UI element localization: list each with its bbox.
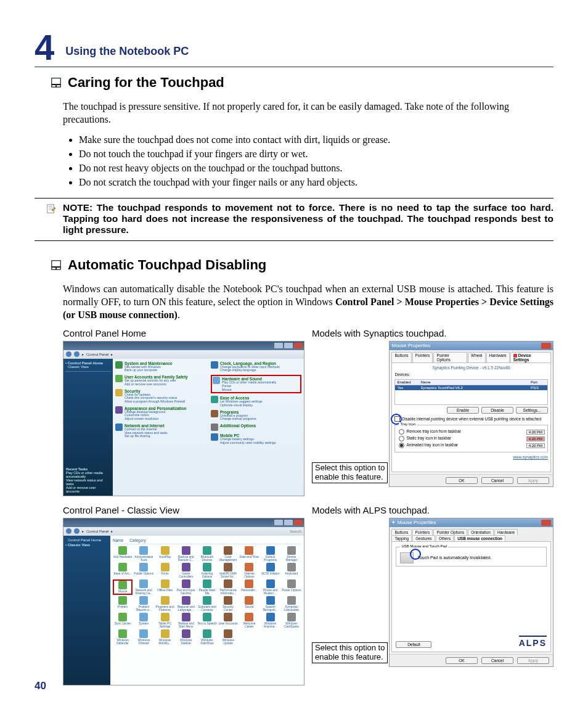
default-button[interactable]: Default <box>396 641 431 648</box>
tab-hardware[interactable]: Hardware <box>486 352 510 362</box>
close-button[interactable] <box>541 520 551 526</box>
category-item[interactable]: Hardware and Sound Play CDs or other med… <box>211 375 301 393</box>
cp-icon-windows-sidebar[interactable]: Windows Sidebar <box>176 629 196 645</box>
cp-icon-windows-firewall[interactable]: Windows Firewall <box>134 629 153 645</box>
close-button[interactable] <box>294 520 303 525</box>
tab-tapping[interactable]: Tapping <box>391 535 412 541</box>
category-item[interactable]: Security Check for updatesCheck this com… <box>115 389 206 404</box>
category-item[interactable]: Additional Options <box>211 424 301 431</box>
cp-icon-windows-sideshow[interactable]: Windows SideShow <box>197 629 217 645</box>
cp-icon-problem-reports-a-[interactable]: Problem Reports a... <box>134 596 153 612</box>
cp-icon-sound[interactable]: Sound <box>239 596 259 612</box>
cp-icon-add-hardware[interactable]: Add Hardware <box>113 546 133 562</box>
forward-icon[interactable] <box>74 351 80 357</box>
cp-icon-folder-options[interactable]: Folder Options <box>134 563 153 578</box>
tab-device-settings[interactable]: Device Settings <box>510 352 551 362</box>
cp-icon-bluetooth-devices[interactable]: Bluetooth Devices <box>197 546 217 562</box>
tab-others[interactable]: Others <box>436 535 454 541</box>
back-icon[interactable] <box>66 528 71 534</box>
cp-icon-regional-and-language-[interactable]: Regional and Language... <box>176 596 196 612</box>
cp-icon-intel-r-gma-driver-for-[interactable]: Intel(R) GMA Driver for... <box>218 563 238 578</box>
category-item[interactable]: System and Maintenance Get started with … <box>115 361 206 372</box>
cancel-button[interactable]: Cancel <box>481 657 513 664</box>
cp-icon-speech-recogniti-[interactable]: Speech Recogniti... <box>261 596 280 612</box>
ok-button[interactable]: OK <box>446 657 478 664</box>
category-item[interactable]: User Accounts and Family Safety Set up p… <box>115 375 206 386</box>
cp-icon-phone-and-modem-[interactable]: Phone and Modem ... <box>261 579 280 595</box>
sidebar-home[interactable]: Control Panel Home <box>68 538 108 542</box>
close-button[interactable] <box>541 343 551 349</box>
cp-icon-date-and-time[interactable]: Date and Time <box>239 546 259 562</box>
cp-icon-personaliz-[interactable]: Personaliz... <box>239 579 259 595</box>
cp-icon-security-center[interactable]: Security Center <box>218 596 238 612</box>
cp-icon-indexing-options[interactable]: Indexing Options <box>197 563 217 578</box>
cp-icon-performance-informatio-[interactable]: Performance Informatio... <box>218 579 238 595</box>
cp-icon-game-controllers[interactable]: Game Controllers <box>176 563 196 578</box>
tray-radio-option[interactable]: Animated tray icon in taskbar 4:20 PM <box>399 443 545 448</box>
category-item[interactable]: Mobile PC Change battery settingsAdjust … <box>211 433 301 444</box>
tab-buttons[interactable]: Buttons <box>391 352 411 362</box>
cp-icon-ease-of-acc-[interactable]: Ease of Acc... <box>113 563 133 578</box>
cp-icon-internet-options[interactable]: Internet Options <box>239 563 259 578</box>
maximize-button[interactable] <box>284 343 293 348</box>
cp-icon-printers[interactable]: Printers <box>113 596 133 612</box>
synaptics-link[interactable]: www.synaptics.com <box>513 455 548 459</box>
cp-icon-power-options[interactable]: Power Options <box>282 579 301 595</box>
cp-icon-windows-anytime-[interactable]: Windows Anytime... <box>261 613 280 628</box>
category-item[interactable]: Network and Internet Connect to the Inte… <box>115 424 206 438</box>
cp-icon-windows-cardspace[interactable]: Windows CardSpace <box>282 613 301 628</box>
back-icon[interactable] <box>66 351 71 357</box>
cp-icon-windows-update[interactable]: Windows Update <box>218 629 238 645</box>
settings-button[interactable]: Settings... <box>516 407 548 414</box>
minimize-button[interactable] <box>274 520 283 525</box>
apply-button[interactable]: Apply <box>517 657 549 664</box>
cp-icon-windows-defender[interactable]: Windows Defender <box>113 629 133 645</box>
enable-button[interactable]: Enable <box>447 407 479 414</box>
recent-task[interactable]: Play CDs or other media automatically <box>66 471 107 478</box>
address-bar[interactable]: ▸ Control Panel ▸ <box>63 350 304 359</box>
cp-icon-taskbar-and-start-menu[interactable]: Taskbar and Start Menu <box>176 613 196 628</box>
tray-radio-option[interactable]: Static tray icon in taskbar 4:20 PM <box>399 436 545 441</box>
tab-wheel[interactable]: Wheel <box>468 352 485 362</box>
tab-pointer-options[interactable]: Pointer Options <box>433 352 467 362</box>
category-item[interactable]: Appearance and Personalization Change de… <box>115 406 206 421</box>
tab-hardware[interactable]: Hardware <box>494 529 518 535</box>
tab-buttons[interactable]: Buttons <box>391 529 411 535</box>
recent-task[interactable]: Add or remove user accounts <box>66 486 107 493</box>
ok-button[interactable]: OK <box>446 477 478 484</box>
address-bar[interactable]: ▸ Control Panel ▸ Search <box>63 527 304 536</box>
tab-pointers[interactable]: Pointers <box>412 352 433 362</box>
cp-icon-network-and-sharing-ce-[interactable]: Network and Sharing Ce... <box>134 579 153 595</box>
cp-icon-people-near-me[interactable]: People Near Me <box>197 579 217 595</box>
tab-pointer-options[interactable]: Pointer Options <box>433 529 467 535</box>
sidebar-classic[interactable]: Classic View <box>68 365 111 369</box>
cp-icon-default-programs[interactable]: Default Programs <box>261 546 280 562</box>
cp-icon-symantec-liveupdate[interactable]: Symantec LiveUpdate <box>282 596 301 612</box>
close-button[interactable] <box>294 343 303 348</box>
category-item[interactable]: Programs Uninstall a programChange start… <box>211 410 301 421</box>
recent-task[interactable]: View network status and tasks <box>66 478 107 486</box>
cp-icon-user-accounts[interactable]: User Accounts <box>218 613 238 628</box>
tab-usb-mouse-connection[interactable]: USB mouse connection <box>454 535 505 541</box>
minimize-button[interactable] <box>274 343 283 348</box>
cp-icon-programs-and-features[interactable]: Programs and Features <box>155 596 174 612</box>
cp-icon-fonts[interactable]: Fonts <box>155 563 174 578</box>
cp-icon-iscsi-initiator[interactable]: iSCSI Initiator <box>261 563 280 578</box>
category-item[interactable]: Ease of Access Let Windows suggest setti… <box>211 396 301 407</box>
cp-icon-welcome-center[interactable]: Welcome Center <box>239 613 259 628</box>
device-row[interactable]: Yes Synaptics TouchPad V6.2 PS/2 <box>395 385 547 390</box>
cp-icon-mouse[interactable]: Mouse <box>113 579 133 595</box>
cp-icon-keyboard[interactable]: Keyboard <box>282 563 301 578</box>
forward-icon[interactable] <box>74 528 80 534</box>
sidebar-classic[interactable]: • Classic View <box>65 543 108 547</box>
cp-icon-pen-and-input-devices[interactable]: Pen and Input Devices <box>176 579 196 595</box>
cp-icon-offline-files[interactable]: Offline Files <box>155 579 174 595</box>
cp-icon-system[interactable]: System <box>134 613 153 628</box>
cp-icon-text-to-speech[interactable]: Text to Speech <box>197 613 217 628</box>
cp-icon-tablet-pc-settings[interactable]: Tablet PC Settings <box>155 613 174 628</box>
cp-icon-backup-and-restore-c-[interactable]: Backup and Restore C... <box>176 546 196 562</box>
apply-button[interactable]: Apply <box>517 477 549 484</box>
cp-icon-scanners-and-cameras[interactable]: Scanners and Cameras <box>197 596 217 612</box>
cp-icon-device-manager[interactable]: Device Manager <box>282 546 301 562</box>
category-item[interactable]: Clock, Language, and Region Change keybo… <box>211 361 301 372</box>
